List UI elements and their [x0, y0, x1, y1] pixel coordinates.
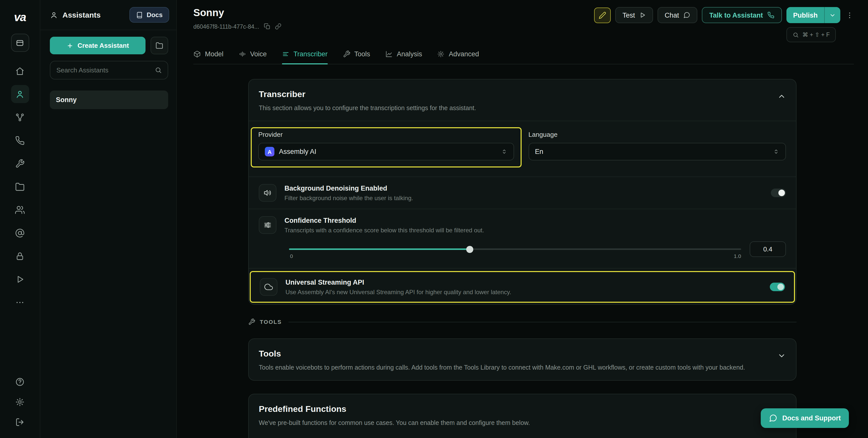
talk-to-assistant-button[interactable]: Talk to Assistant	[702, 7, 782, 23]
folder-icon	[15, 182, 25, 191]
toggle-knob	[777, 283, 784, 290]
workspace-icon	[16, 38, 24, 47]
nav-community[interactable]	[11, 224, 29, 242]
ellipsis-icon	[15, 298, 25, 307]
confidence-slider-knob[interactable]	[466, 246, 473, 253]
nav-overview[interactable]	[11, 62, 29, 80]
nav-test-suites[interactable]	[11, 270, 29, 288]
expand-tools-button[interactable]	[777, 351, 786, 360]
confidence-threshold-row: Confidence Threshold Transcripts with a …	[249, 209, 796, 269]
nav-rail: va	[0, 0, 40, 438]
page-title: Sonny	[193, 7, 281, 19]
plus-icon	[66, 42, 73, 49]
confidence-value-input[interactable]: 0.4	[750, 241, 786, 257]
tab-voice[interactable]: Voice	[239, 50, 267, 64]
lock-icon	[15, 251, 25, 261]
home-icon	[15, 66, 25, 76]
predefined-functions-card: Predefined Functions We've pre-built fun…	[248, 394, 797, 438]
confidence-slider[interactable]: 0 1.0	[289, 248, 741, 250]
assembly-ai-logo: A	[265, 147, 274, 157]
docs-support-button[interactable]: Docs and Support	[761, 408, 849, 428]
select-chevrons-icon	[501, 148, 507, 155]
user-icon	[50, 11, 58, 19]
tab-label: Model	[205, 50, 223, 58]
provider-language-row: Provider A Assembly AI Language En	[249, 121, 796, 176]
tab-tools[interactable]: Tools	[343, 50, 370, 64]
nav-squads[interactable]	[11, 201, 29, 219]
nav-assistants[interactable]	[11, 85, 29, 103]
assistant-folders-button[interactable]	[151, 37, 168, 54]
book-icon	[136, 11, 143, 19]
docs-button[interactable]: Docs	[129, 7, 169, 23]
tab-label: Transcriber	[293, 50, 328, 58]
audio-lines-icon	[239, 50, 246, 58]
play-icon	[639, 11, 646, 19]
nav-files[interactable]	[11, 177, 29, 196]
nav-help[interactable]	[11, 373, 29, 391]
nav-settings[interactable]	[11, 393, 29, 411]
nav-workflows[interactable]	[11, 108, 29, 126]
test-button-label: Test	[623, 11, 635, 19]
tab-analysis[interactable]: Analysis	[385, 50, 422, 64]
toggle-knob	[778, 190, 785, 196]
select-chevrons-icon	[773, 148, 779, 155]
nav-phone-numbers[interactable]	[11, 131, 29, 149]
create-assistant-button[interactable]: Create Assistant	[50, 37, 146, 54]
create-row: Create Assistant	[40, 30, 176, 54]
open-link-button[interactable]	[275, 23, 281, 30]
search-assistants-input[interactable]	[50, 61, 168, 79]
app: va Assistants	[0, 0, 868, 438]
provider-label: Provider	[258, 131, 514, 138]
workspace-switcher-button[interactable]	[11, 34, 29, 52]
publish-dropdown[interactable]	[825, 12, 840, 19]
transcriber-card: Transcriber This section allows you to c…	[248, 79, 797, 305]
nav-api-keys[interactable]	[11, 247, 29, 265]
edit-button[interactable]	[594, 7, 611, 23]
link-icon	[275, 23, 281, 30]
nav-tools[interactable]	[11, 155, 29, 172]
nav-logout[interactable]	[11, 413, 29, 431]
provider-field-highlight: Provider A Assembly AI	[251, 127, 521, 167]
user-icon	[15, 89, 25, 99]
language-select[interactable]: En	[528, 143, 786, 160]
transcriber-section-description: This section allows you to configure the…	[259, 104, 476, 113]
tools-divider-label: TOOLS	[260, 319, 282, 325]
volume-icon	[259, 184, 276, 202]
universal-streaming-toggle[interactable]	[770, 282, 785, 291]
predefined-functions-title: Predefined Functions	[259, 405, 530, 415]
provider-select[interactable]: A Assembly AI	[258, 143, 514, 160]
tools-card-title: Tools	[259, 349, 745, 359]
wrench-icon	[343, 50, 350, 58]
tab-label: Analysis	[397, 50, 422, 58]
cube-icon	[193, 50, 201, 58]
tab-advanced[interactable]: Advanced	[437, 50, 479, 64]
test-button[interactable]: Test	[616, 7, 653, 23]
nav-more[interactable]	[11, 293, 29, 311]
assistant-list-item[interactable]: Sonny	[50, 91, 168, 109]
publish-button[interactable]: Publish	[786, 7, 840, 23]
logout-icon	[15, 417, 25, 427]
more-options-button[interactable]	[845, 11, 854, 20]
chat-button-label: Chat	[664, 11, 679, 19]
pencil-icon	[599, 11, 607, 19]
background-denoising-toggle[interactable]	[771, 189, 786, 197]
header-actions: Test Chat Talk to Assistant Publish	[594, 7, 854, 23]
confidence-threshold-title: Confidence Threshold	[284, 216, 484, 224]
universal-streaming-title: Universal Streaming API	[285, 278, 511, 286]
gear-icon	[15, 397, 25, 407]
tools-divider: TOOLS	[248, 318, 797, 325]
tab-model[interactable]: Model	[193, 50, 223, 64]
chart-icon	[385, 50, 393, 58]
docs-support-label: Docs and Support	[782, 414, 841, 422]
slider-max-label: 1.0	[734, 253, 741, 259]
search-shortcut-hint[interactable]: ⌘ + ⇧ + F	[786, 27, 836, 42]
vapi-logo: va	[14, 9, 26, 25]
users-icon	[15, 205, 25, 214]
collapse-section-button[interactable]	[777, 92, 786, 101]
tab-transcriber[interactable]: Transcriber	[282, 50, 328, 64]
workflow-icon	[15, 112, 25, 122]
chat-button[interactable]: Chat	[657, 7, 697, 23]
sliders-icon	[259, 216, 276, 234]
copy-id-button[interactable]	[264, 23, 270, 30]
language-label: Language	[528, 131, 786, 138]
